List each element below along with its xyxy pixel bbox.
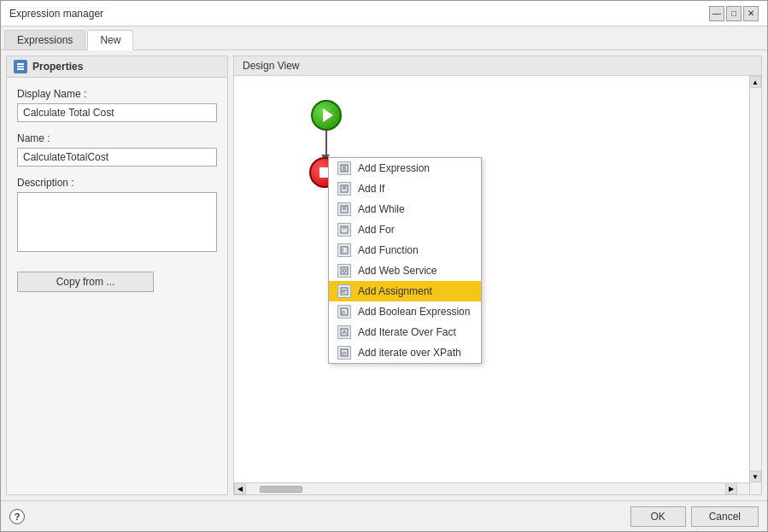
tab-bar: Expressions New <box>1 26 767 50</box>
menu-icon-function: f <box>337 243 351 257</box>
context-menu: Add Expression Add If Add <box>328 157 482 364</box>
menu-item-add-for[interactable]: Add For <box>329 219 481 240</box>
svg-rect-13 <box>341 226 348 233</box>
menu-icon-if <box>337 182 351 196</box>
menu-icon-expression <box>337 161 351 175</box>
menu-item-add-expression[interactable]: Add Expression <box>329 158 481 178</box>
display-name-input[interactable] <box>17 103 217 122</box>
display-name-group: Display Name : <box>17 88 217 122</box>
tab-expressions[interactable]: Expressions <box>4 30 85 50</box>
menu-item-add-boolean-expression[interactable]: B Add Boolean Expression <box>329 301 481 322</box>
scroll-right-button[interactable]: ▶ <box>725 482 737 494</box>
properties-title: Properties <box>32 61 83 73</box>
play-icon <box>323 108 333 122</box>
right-panel: Design View <box>233 56 762 495</box>
start-circle <box>311 100 342 131</box>
horizontal-scrollbar[interactable]: ◀ ▶ <box>234 482 749 494</box>
expression-manager-window: Expression manager — □ ✕ Expressions New <box>0 0 768 532</box>
menu-item-add-assignment[interactable]: Add Assignment <box>329 281 481 301</box>
copy-from-button[interactable]: Copy from ... <box>17 272 154 292</box>
scroll-down-button[interactable]: ▼ <box>749 471 761 482</box>
menu-item-add-function[interactable]: f Add Function <box>329 240 481 260</box>
cancel-button[interactable]: Cancel <box>691 506 759 527</box>
menu-item-add-while[interactable]: Add While <box>329 199 481 219</box>
name-input[interactable] <box>17 148 217 167</box>
menu-icon-web-service <box>337 264 351 278</box>
footer-buttons: OK Cancel <box>630 506 759 527</box>
name-group: Name : <box>17 132 217 167</box>
window-title: Expression manager <box>9 8 103 20</box>
minimize-button[interactable]: — <box>709 6 724 21</box>
svg-text:f: f <box>342 248 343 254</box>
help-button[interactable]: ? <box>9 509 25 524</box>
svg-text:B: B <box>342 310 345 315</box>
footer-bar: ? OK Cancel <box>1 500 767 531</box>
menu-icon-iterate-xpath: XP <box>337 346 351 360</box>
content-area: Properties Display Name : Name : Descrip… <box>1 50 767 500</box>
close-button[interactable]: ✕ <box>743 6 759 21</box>
design-view-body[interactable]: Add Expression Add If Add <box>234 76 761 494</box>
scroll-left-button[interactable]: ◀ <box>234 482 246 494</box>
description-textarea[interactable] <box>17 192 217 252</box>
title-bar: Expression manager — □ ✕ <box>1 1 767 26</box>
menu-icon-iterate-fact <box>337 325 351 339</box>
menu-icon-boolean: B <box>337 305 351 319</box>
menu-item-add-web-service[interactable]: Add Web Service <box>329 260 481 281</box>
menu-icon-while <box>337 202 351 216</box>
svg-text:XP: XP <box>341 351 347 356</box>
scroll-up-button[interactable]: ▲ <box>749 76 761 88</box>
svg-rect-1 <box>17 66 24 67</box>
vertical-scrollbar[interactable]: ▲ ▼ <box>749 76 761 494</box>
menu-icon-assignment <box>337 284 351 298</box>
scroll-thumb-h[interactable] <box>260 486 302 493</box>
svg-rect-2 <box>17 68 24 70</box>
window-controls: — □ ✕ <box>709 6 759 21</box>
display-name-label: Display Name : <box>17 88 217 100</box>
svg-rect-19 <box>341 288 348 295</box>
svg-rect-17 <box>341 267 348 274</box>
menu-item-add-if[interactable]: Add If <box>329 178 481 199</box>
properties-header: Properties <box>7 56 227 78</box>
description-group: Description : <box>17 177 217 254</box>
connector-line <box>325 131 327 156</box>
ok-button[interactable]: OK <box>630 506 686 527</box>
menu-item-add-iterate-over-fact[interactable]: Add Iterate Over Fact <box>329 322 481 342</box>
svg-rect-0 <box>17 63 24 65</box>
footer-left: ? <box>9 509 25 524</box>
svg-point-18 <box>343 269 346 272</box>
start-node <box>311 100 342 131</box>
maximize-button[interactable]: □ <box>726 6 742 21</box>
design-view-header: Design View <box>234 56 761 76</box>
name-label: Name : <box>17 132 217 144</box>
design-canvas: Add Expression Add If Add <box>234 76 761 494</box>
description-label: Description : <box>17 177 217 189</box>
properties-icon <box>14 60 27 73</box>
tab-new[interactable]: New <box>87 30 133 50</box>
properties-body: Display Name : Name : Description : Copy… <box>7 78 227 494</box>
menu-item-add-iterate-over-xpath[interactable]: XP Add iterate over XPath <box>329 342 481 363</box>
menu-icon-for <box>337 223 351 237</box>
left-panel: Properties Display Name : Name : Descrip… <box>6 56 228 495</box>
